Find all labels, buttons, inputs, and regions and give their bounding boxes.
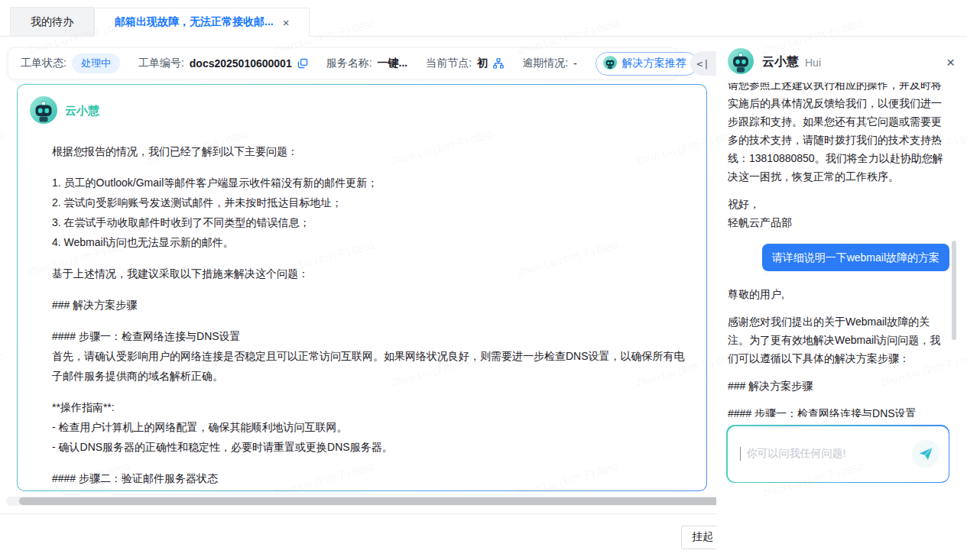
workflow-icon[interactable] [493,58,504,69]
current-node-field: 当前节点: 初 [426,57,504,70]
ticket-chat-inner: 云小慧 根据您报告的情况，我们已经了解到以下主要问题：1. 员工的Outlook… [18,85,706,490]
status-badge: 处理中 [72,53,120,73]
assistant-panel: 云小慧 Hui × 请您参照上述建议执行相应的操作，并及时将实施后的具体情况反馈… [716,37,967,560]
user-message-row: 请详细说明一下webmail故障的方案 [728,244,949,271]
message-line: #### 步骤二：验证邮件服务器状态 [52,468,693,488]
message-line: 祝好， [728,195,949,213]
message-line: ### 解决方案步骤 [728,377,949,395]
ticket-status-label: 工单状态: [21,57,67,70]
message-line: **操作指南**: [52,397,693,417]
robot-icon [603,56,617,72]
message-line: - 确认DNS服务器的正确性和稳定性，必要时请重置或更换DNS服务器。 [52,437,693,457]
assistant-avatar [30,96,57,126]
message-line: 请您参照上述建议执行相应的操作，并及时将实施后的具体情况反馈给我们，以便我们进一… [728,83,949,186]
message-line: 基于上述情况，我建议采取以下措施来解决这个问题： [52,264,693,283]
ticket-number-value: docs2025010600001 [190,57,292,70]
message-line: - 检查用户计算机上的网络配置，确保其能顺利地访问互联网。 [52,417,693,437]
ticket-toolbar: 工单状态: 处理中 工单编号: docs2025010600001 服务名称: … [8,47,677,79]
message-line: 尊敬的用户, [728,285,949,303]
assistant-chat-scroll[interactable]: 请您参照上述建议执行相应的操作，并及时将实施后的具体情况反馈给我们，以便我们进一… [728,83,949,417]
send-button[interactable] [912,440,939,468]
message-line [52,457,693,468]
tab-bar: 我的待办 邮箱出现故障，无法正常接收邮... × [0,0,967,37]
message-line [728,395,949,404]
service-name-field: 服务名称: 一键... [326,57,408,70]
message-line: ### 解决方案步骤 [52,295,693,315]
message-line: 根据您报告的情况，我们已经了解到以下主要问题： [52,141,693,161]
overdue-label: 逾期情况: [522,57,568,70]
message-line [52,252,693,264]
message-line [52,161,693,173]
tab-ticket[interactable]: 邮箱出现故障，无法正常接收邮... × [94,8,310,37]
current-node-value: 初 [477,57,488,70]
message-line [728,303,949,312]
tab-close-icon[interactable]: × [283,17,290,28]
message-line: 由于部分员工在Webmail上也遇到了同样的问题，因此可以推断出这可能是由邮件服… [52,488,693,490]
assistant-name: 云小慧 [65,104,99,118]
current-node-label: 当前节点: [426,57,472,70]
assistant-reply-message: 尊敬的用户,感谢您对我们提出的关于Webmail故障的关注。为了更有效地解决We… [728,285,949,417]
watermark-text: Zhuzi Liu (刘竹子) 0850 [0,350,5,390]
service-name-value: 一键... [378,57,408,70]
tab-my-todo-label: 我的待办 [31,15,73,29]
solution-recommend-label: 解决方案推荐 [622,57,686,70]
assistant-panel-title: 云小慧 [762,54,799,70]
copy-icon[interactable] [297,58,308,69]
message-line: 轻帆云产品部 [728,213,949,231]
message-line [52,386,693,397]
ticket-status-field: 工单状态: 处理中 [21,53,120,73]
message-line: 感谢您对我们提出的关于Webmail故障的关注。为了更有效地解决Webmail访… [728,312,949,367]
assistant-message-header: 云小慧 [30,96,693,126]
assistant-chat-content: 请您参照上述建议执行相应的操作，并及时将实施后的具体情况反馈给我们，以便我们进一… [728,83,949,417]
assistant-previous-message: 请您参照上述建议执行相应的操作，并及时将实施后的具体情况反馈给我们，以便我们进一… [728,83,949,231]
message-line [728,186,949,195]
message-line: 3. 在尝试手动收取邮件时收到了不同类型的错误信息； [52,212,693,232]
overdue-value: - [573,57,577,70]
assistant-message-body: 根据您报告的情况，我们已经了解到以下主要问题：1. 员工的Outlook/Gma… [52,141,693,490]
collapse-icon: <| [696,58,710,70]
close-icon[interactable]: × [946,55,955,70]
assistant-panel-header: 云小慧 Hui × [716,37,967,84]
assistant-panel-subtitle: Hui [805,57,821,69]
ticket-chat-box: 云小慧 根据您报告的情况，我们已经了解到以下主要问题：1. 员工的Outlook… [17,84,707,491]
vertical-scrollbar-thumb[interactable] [952,241,956,340]
service-name-label: 服务名称: [326,57,372,70]
panel-collapse-button[interactable]: <| [690,51,716,76]
ticket-number-field: 工单编号: docs2025010600001 [138,57,308,70]
chat-input-wrapper: 你可以问我任何问题! [726,425,949,483]
overdue-field: 逾期情况: - [522,57,577,70]
assistant-avatar [728,48,754,76]
solution-recommend-button[interactable]: 解决方案推荐 [595,52,698,76]
chat-input[interactable]: 你可以问我任何问题! [728,426,949,482]
tab-my-todo[interactable]: 我的待办 [10,7,94,36]
text-caret [740,447,741,461]
message-line: #### 步骤一：检查网络连接与DNS设置 [52,326,693,346]
message-line: 1. 员工的Outlook/Gmail等邮件客户端显示收件箱没有新的邮件更新； [52,173,693,193]
message-line [52,283,693,295]
message-line [728,367,949,377]
tab-ticket-label: 邮箱出现故障，无法正常接收邮... [115,15,274,29]
watermark-text: Zhuzi Liu (刘竹子) 0850 [0,128,5,169]
user-message-bubble: 请详细说明一下webmail故障的方案 [762,244,949,271]
chat-input-placeholder: 你可以问我任何问题! [747,447,906,461]
ticket-number-label: 工单编号: [138,57,184,70]
message-line: 首先，请确认受影响用户的网络连接是否稳定且可以正常访问互联网。如果网络状况良好，… [52,346,693,386]
message-line: 2. 尝试向受影响账号发送测试邮件，并未按时抵达目标地址； [52,193,693,212]
message-line [52,315,693,326]
message-line: #### 步骤一：检查网络连接与DNS设置 [728,404,949,417]
message-line: 4. Webmail访问也无法显示新的邮件。 [52,232,693,252]
